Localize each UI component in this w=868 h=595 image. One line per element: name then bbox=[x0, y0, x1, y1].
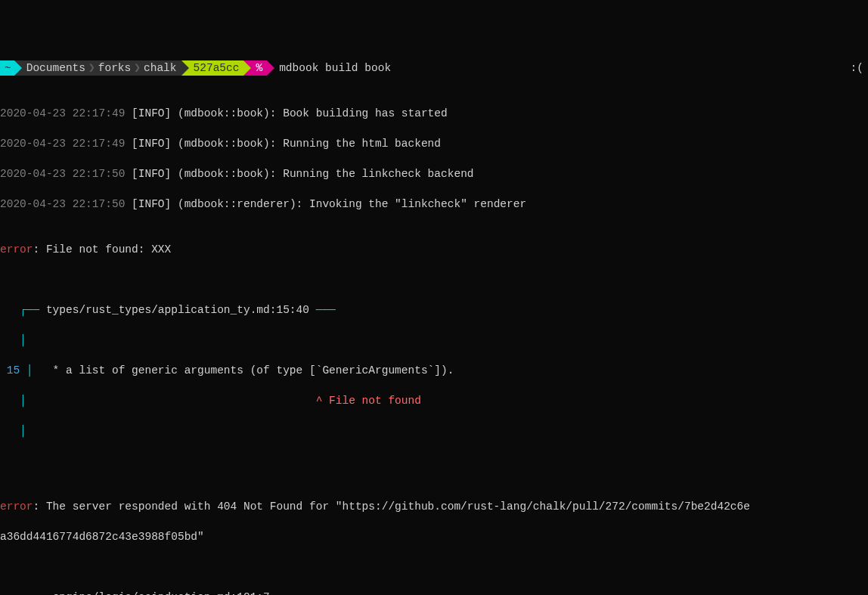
sad-face-icon: :( bbox=[851, 60, 868, 76]
blank-line bbox=[0, 272, 868, 287]
caret-line: │ ^ File not found bbox=[0, 393, 868, 408]
blank-line bbox=[0, 559, 868, 575]
error-line: error: The server responded with 404 Not… bbox=[0, 499, 868, 514]
prompt-command: mdbook build book bbox=[267, 60, 391, 76]
prompt-git-hash: 527a5cc bbox=[181, 60, 244, 76]
log-line: 2020-04-23 22:17:50 [INFO] (mdbook::rend… bbox=[0, 197, 868, 212]
code-line: 15 │ * a list of generic arguments (of t… bbox=[0, 363, 868, 378]
prompt-line[interactable]: ~ Documents❯forks❯chalk 527a5cc % mdbook… bbox=[0, 60, 868, 76]
log-line: 2020-04-23 22:17:50 [INFO] (mdbook::book… bbox=[0, 166, 868, 181]
prompt-path: Documents❯forks❯chalk bbox=[14, 60, 181, 76]
error-line-cont: a36dd4416774d6872c43e3988f05bd" bbox=[0, 529, 868, 544]
prompt-tilde: ~ bbox=[0, 60, 14, 76]
frame-top: ┌── types/rust_types/application_ty.md:1… bbox=[0, 302, 868, 318]
frame-top: ┌── engine/logic/coinduction.md:101:7 ──… bbox=[0, 590, 868, 595]
blank-line bbox=[0, 454, 868, 469]
log-line: 2020-04-23 22:17:49 [INFO] (mdbook::book… bbox=[0, 136, 868, 151]
log-line: 2020-04-23 22:17:49 [INFO] (mdbook::book… bbox=[0, 106, 868, 121]
frame-pipe: │ bbox=[0, 333, 868, 348]
frame-pipe: │ bbox=[0, 423, 868, 439]
error-line: error: File not found: XXX bbox=[0, 242, 868, 257]
